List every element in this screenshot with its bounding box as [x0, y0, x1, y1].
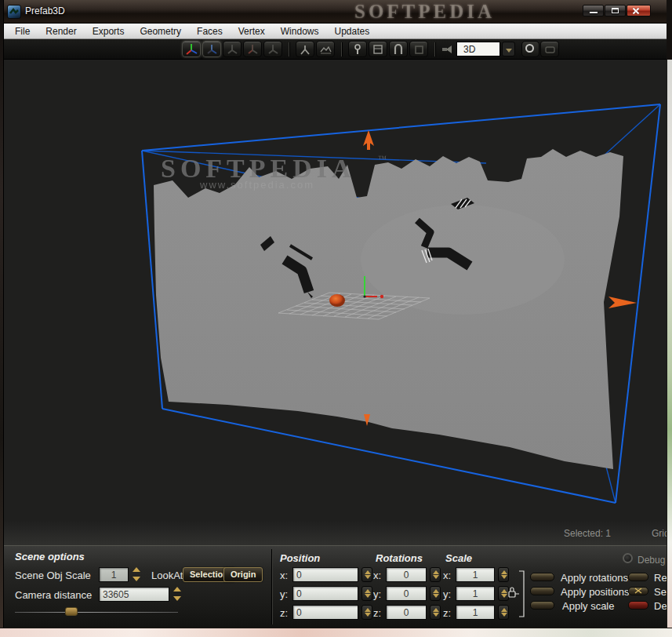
menu-render[interactable]: Render — [38, 24, 84, 38]
axes-dim1-button[interactable] — [223, 41, 242, 57]
scene-options-title: Scene options — [15, 551, 85, 562]
extra-button[interactable] — [540, 41, 559, 57]
menu-vertex[interactable]: Vertex — [231, 24, 273, 38]
minimize-button[interactable] — [583, 5, 604, 16]
box-button[interactable] — [369, 41, 387, 57]
apply-rotations-button[interactable] — [530, 573, 554, 581]
up-arrow-icon — [433, 589, 439, 593]
debug-radio[interactable] — [623, 553, 633, 563]
position-y-input[interactable] — [292, 586, 358, 601]
circle-icon — [525, 44, 534, 53]
menu-updates[interactable]: Updates — [326, 24, 377, 38]
position-y-spinner[interactable] — [361, 586, 372, 601]
tripod-icon — [299, 43, 312, 56]
panel-divider — [271, 549, 272, 624]
axes-dim2-button[interactable] — [243, 41, 262, 57]
set-button[interactable] — [628, 587, 648, 595]
menu-exports[interactable]: Exports — [85, 24, 133, 38]
camera-distance-input[interactable] — [99, 587, 169, 602]
up-arrow-icon — [173, 587, 181, 592]
window-frame-left — [0, 0, 4, 628]
up-arrow-icon — [433, 608, 439, 612]
scale-z-input[interactable] — [456, 605, 495, 620]
set-label: Set — [654, 586, 667, 598]
terrain-button[interactable] — [316, 41, 335, 57]
menu-file[interactable]: File — [7, 24, 38, 38]
position-x-spinner[interactable] — [361, 567, 372, 582]
camera-distance-slider-track[interactable] — [15, 612, 178, 613]
camera-distance-slider-handle[interactable] — [65, 607, 78, 616]
del-button[interactable] — [628, 601, 648, 610]
wrench-button[interactable] — [348, 41, 367, 57]
rot-x-label: x: — [373, 570, 381, 581]
menu-geometry[interactable]: Geometry — [132, 24, 189, 38]
down-arrow-icon — [365, 613, 371, 617]
axes-rgb-icon — [185, 43, 198, 56]
magnet-button[interactable] — [389, 41, 408, 57]
menu-faces[interactable]: Faces — [189, 24, 231, 38]
position-x-input[interactable] — [292, 567, 358, 582]
tripod-button[interactable] — [296, 41, 314, 57]
viewport-watermark-url: www.softpedia.com — [199, 179, 314, 191]
box-icon — [372, 43, 385, 56]
viewport-3d[interactable]: SOFTPEDIA ™ www.softpedia.com — [4, 60, 667, 521]
axes-blue-button[interactable] — [202, 41, 221, 57]
close-button[interactable] — [627, 5, 651, 16]
rotations-z-input[interactable] — [386, 605, 427, 620]
crosshair-icon — [634, 588, 643, 595]
del-label: Del — [654, 600, 667, 612]
scene-canvas[interactable]: SOFTPEDIA ™ www.softpedia.com — [4, 60, 667, 521]
rotations-x-input[interactable] — [386, 567, 427, 582]
apply-scale-button[interactable] — [530, 601, 554, 610]
toolbar-separator — [341, 42, 342, 56]
extra-icon — [543, 43, 557, 56]
axes-dim-icon — [267, 43, 280, 56]
rec-button[interactable] — [628, 573, 648, 581]
scale-lock-toggle[interactable] — [508, 570, 525, 621]
position-z-spinner[interactable] — [361, 605, 372, 620]
axes-rgb-button[interactable] — [182, 41, 201, 57]
scale-z-spinner[interactable] — [498, 605, 509, 620]
lookat-label: LookAt — [151, 570, 183, 581]
status-bar: Selected: 1 Grid — [4, 521, 667, 545]
lock-icon — [508, 570, 525, 618]
down-arrow-icon — [173, 596, 181, 601]
window-frame-bottom — [0, 628, 672, 637]
axes-dim-icon — [226, 43, 239, 56]
apply-scale-label: Apply scale — [562, 600, 614, 612]
app-icon — [7, 5, 21, 19]
apply-positions-button[interactable] — [530, 587, 554, 595]
scale-x-input[interactable] — [456, 567, 495, 582]
selected-object[interactable] — [329, 294, 345, 307]
record-button[interactable] — [521, 41, 539, 57]
view-mode-dropdown-button[interactable] — [502, 42, 515, 56]
debug-label: Debug — [637, 555, 665, 566]
up-arrow-icon — [365, 608, 371, 612]
axes-dim3-button[interactable] — [263, 41, 282, 57]
position-z-input[interactable] — [292, 605, 358, 620]
scale-y-spinner[interactable] — [498, 586, 509, 601]
scene-obj-scale-input[interactable] — [99, 567, 129, 582]
grid-label: Grid — [652, 528, 667, 539]
cube-button[interactable] — [409, 41, 428, 57]
lookat-origin-button[interactable]: Origin — [223, 567, 263, 582]
title-bar[interactable]: SOFTPEDIA Prefab3D — [0, 0, 672, 24]
rotations-y-input[interactable] — [386, 586, 427, 601]
scene-obj-scale-spinner[interactable] — [132, 566, 141, 582]
scale-x-spinner[interactable] — [498, 567, 509, 582]
window-frame-right — [667, 60, 672, 628]
window-frame-right-top — [667, 0, 672, 60]
terrain-icon — [319, 43, 332, 56]
pos-z-label: z: — [280, 607, 288, 619]
down-arrow-icon — [433, 613, 439, 617]
rotations-y-spinner[interactable] — [430, 586, 441, 601]
rotations-z-spinner[interactable] — [430, 605, 441, 620]
view-mode-input[interactable] — [456, 42, 500, 56]
speaker-icon — [442, 45, 453, 54]
camera-distance-spinner[interactable] — [173, 586, 182, 602]
scale-y-input[interactable] — [456, 586, 495, 601]
toolbar-separator — [434, 42, 435, 56]
rotations-x-spinner[interactable] — [430, 567, 441, 582]
menu-windows[interactable]: Windows — [273, 24, 327, 38]
maximize-button[interactable] — [605, 5, 626, 16]
